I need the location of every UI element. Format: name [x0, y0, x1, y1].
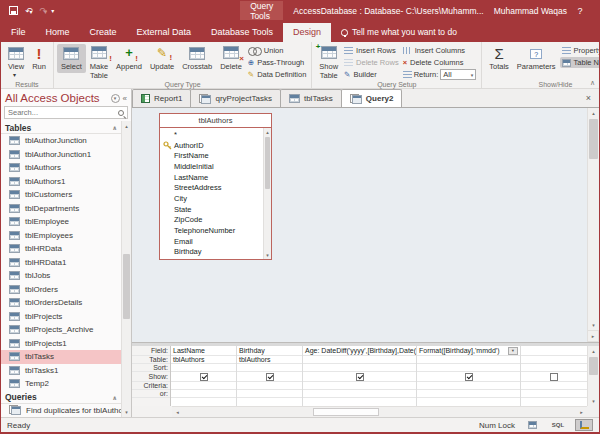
union-button[interactable]: Union — [246, 45, 309, 56]
doc-tab-tbltasks[interactable]: tblTasks — [280, 89, 342, 107]
help-button[interactable]: ? — [567, 6, 593, 16]
nav-section-queries[interactable]: Queries ∧ — [1, 391, 121, 404]
field-cell[interactable]: Age: DateDiff('yyyy',[Birthday],Date()) — [303, 346, 416, 356]
sidebar-item[interactable]: tblDepartments — [1, 202, 121, 216]
tab-create[interactable]: Create — [80, 23, 127, 42]
sort-cell[interactable] — [171, 364, 236, 372]
run-button[interactable]: ! Run — [28, 44, 50, 73]
show-checkbox[interactable] — [356, 373, 364, 381]
sidebar-item-selected[interactable]: tblTasks — [1, 350, 121, 364]
show-cell[interactable] — [237, 372, 302, 382]
scroll-up-icon[interactable]: ▴ — [122, 121, 131, 131]
totals-button[interactable]: Σ Totals — [485, 44, 513, 73]
or-cell[interactable] — [237, 390, 302, 398]
make-table-button[interactable]: ! Make Table — [86, 44, 112, 81]
show-checkbox[interactable] — [465, 373, 473, 381]
return-select[interactable]: All▾ — [440, 69, 476, 80]
criteria-cell[interactable] — [237, 382, 302, 390]
section-collapse-icon[interactable]: ∧ — [112, 124, 117, 131]
table-cell[interactable] — [303, 356, 416, 364]
scroll-thumb[interactable] — [313, 408, 379, 416]
field-list-title[interactable]: tblAuthors — [160, 114, 271, 128]
sidebar-item[interactable]: Temp2 — [1, 377, 121, 391]
field-row[interactable]: MiddleInitial — [163, 161, 262, 172]
field-row[interactable]: * — [163, 129, 262, 140]
minimize-button[interactable]: – — [593, 6, 600, 16]
sidebar-item[interactable]: tblEmployee — [1, 215, 121, 229]
sidebar-item[interactable]: Find duplicates for tblAuthors — [1, 404, 121, 418]
criteria-cell[interactable] — [417, 382, 520, 390]
sidebar-item[interactable]: tblAuthors — [1, 161, 121, 175]
grid-hscrollbar[interactable]: ◂ ▸ — [172, 406, 587, 417]
nav-section-tables[interactable]: Tables ∧ — [1, 121, 121, 134]
undo-button[interactable]: ↶▾ — [25, 6, 33, 16]
customize-qat-icon[interactable]: ▾ — [51, 7, 54, 14]
or-cell[interactable] — [171, 390, 236, 398]
tab-file[interactable]: File — [1, 23, 36, 42]
sidebar-item[interactable]: tblProjects — [1, 310, 121, 324]
datasheet-view-button[interactable] — [523, 419, 541, 431]
sidebar-item[interactable]: tblHRData — [1, 242, 121, 256]
or-cell[interactable] — [303, 390, 416, 398]
delete-query-button[interactable]: × Delete — [216, 44, 246, 73]
field-row[interactable]: LastName — [163, 172, 262, 183]
field-row[interactable]: StreetAddress — [163, 182, 262, 193]
sidebar-item[interactable]: tblHRData1 — [1, 256, 121, 270]
search-icon[interactable] — [118, 110, 124, 116]
sidebar-item[interactable]: tblJobs — [1, 269, 121, 283]
sql-view-button[interactable]: SQL — [549, 419, 567, 431]
nav-scrollbar[interactable]: ▴ ▾ — [121, 121, 131, 417]
scroll-thumb[interactable] — [265, 137, 270, 189]
field-combo-arrow-icon[interactable]: ▾ — [508, 347, 518, 355]
scroll-down-icon[interactable]: ▾ — [588, 396, 599, 406]
field-row[interactable]: ZipCode — [163, 215, 262, 226]
field-row[interactable]: Birthday — [163, 247, 262, 258]
field-row[interactable]: Email — [163, 236, 262, 247]
sort-cell[interactable] — [303, 364, 416, 372]
scroll-down-icon[interactable]: ▾ — [122, 407, 131, 417]
insert-columns-button[interactable]: Insert Columns — [401, 45, 479, 56]
data-definition-button[interactable]: ✎Data Definition — [246, 69, 309, 80]
table-cell[interactable] — [417, 356, 520, 364]
select-query-button[interactable]: Select — [57, 44, 86, 73]
sidebar-item[interactable]: tblProjects_Archive — [1, 323, 121, 337]
builder-button[interactable]: ✎Builder — [342, 69, 401, 80]
scroll-up-icon[interactable]: ▴ — [264, 128, 271, 136]
tell-me-box[interactable]: Tell me what you want to do — [331, 23, 467, 42]
show-cell[interactable] — [417, 372, 520, 382]
scroll-up-icon[interactable]: ▴ — [588, 108, 599, 118]
table-cell[interactable]: tblAuthors — [171, 356, 236, 364]
design-view-button[interactable] — [575, 419, 593, 431]
field-row[interactable]: State — [163, 204, 262, 215]
field-row[interactable]: City — [163, 193, 262, 204]
sidebar-item[interactable]: tblOrders — [1, 283, 121, 297]
table-cell[interactable] — [521, 356, 587, 364]
close-document-icon[interactable]: × — [578, 93, 599, 103]
sort-cell[interactable] — [521, 364, 587, 372]
table-cell[interactable]: tblAuthors — [237, 356, 302, 364]
field-cell[interactable]: LastName — [171, 346, 236, 356]
sidebar-item[interactable]: tblEmployees — [1, 229, 121, 243]
sidebar-item[interactable]: tblCustomers — [1, 188, 121, 202]
view-button[interactable]: View ▾ — [4, 44, 28, 80]
scroll-thumb[interactable] — [123, 254, 130, 319]
show-cell[interactable] — [171, 372, 236, 382]
field-row[interactable]: FirstName — [163, 150, 262, 161]
field-cell-active[interactable]: Format([Birthday],'mmdd') ▾ — [417, 346, 520, 356]
scroll-up-icon[interactable]: ▴ — [588, 346, 599, 356]
sidebar-item[interactable]: tblTasks1 — [1, 364, 121, 378]
criteria-cell[interactable] — [171, 382, 236, 390]
design-pane-vscrollbar[interactable]: ▴ ▾ — [587, 108, 599, 330]
criteria-cell[interactable] — [303, 382, 416, 390]
tab-external-data[interactable]: External Data — [127, 23, 202, 42]
tab-database-tools[interactable]: Database Tools — [201, 23, 283, 42]
append-button[interactable]: +! Append — [112, 44, 146, 73]
scroll-down-icon[interactable]: ▾ — [588, 320, 599, 330]
tab-home[interactable]: Home — [36, 23, 80, 42]
sidebar-item[interactable]: tblAuthorJunction — [1, 134, 121, 148]
pass-through-button[interactable]: ⊕Pass-Through — [246, 57, 309, 68]
table-names-button[interactable]: Table Names — [560, 57, 600, 68]
save-icon[interactable] — [9, 6, 18, 15]
criteria-cell[interactable] — [521, 382, 587, 390]
update-button[interactable]: ✎! Update — [146, 44, 178, 73]
